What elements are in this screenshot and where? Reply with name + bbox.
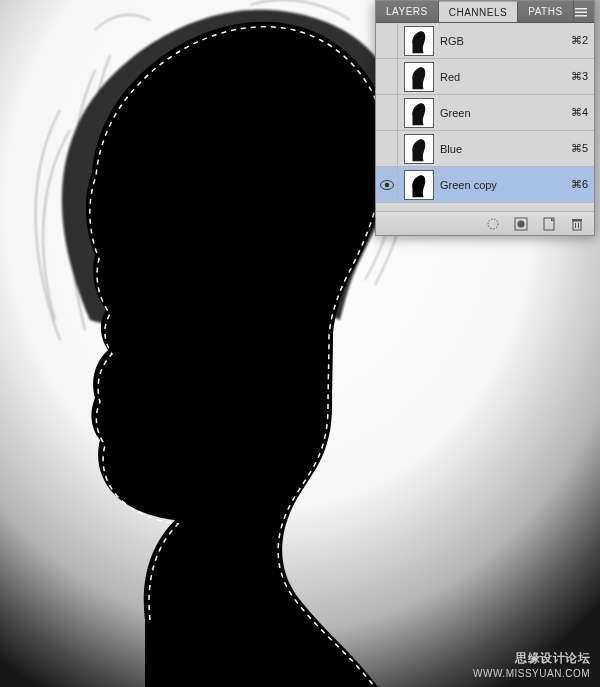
visibility-toggle[interactable] bbox=[376, 131, 398, 166]
tab-layers[interactable]: LAYERS bbox=[376, 1, 439, 22]
watermark-line1: 思缘设计论坛 bbox=[473, 650, 590, 667]
channel-shortcut-label: ⌘2 bbox=[571, 34, 588, 47]
svg-point-11 bbox=[488, 219, 498, 229]
menu-icon bbox=[575, 7, 587, 17]
channel-name-label: RGB bbox=[440, 35, 571, 47]
eye-icon bbox=[380, 180, 394, 190]
channel-shortcut-label: ⌘4 bbox=[571, 106, 588, 119]
channel-shortcut-label: ⌘5 bbox=[571, 142, 588, 155]
dotted-circle-icon bbox=[486, 217, 500, 231]
channel-thumbnail bbox=[404, 134, 434, 164]
svg-rect-3 bbox=[575, 15, 587, 17]
channel-red[interactable]: Red ⌘3 bbox=[376, 59, 594, 95]
channel-name-label: Green bbox=[440, 107, 571, 119]
channel-thumbnail bbox=[404, 62, 434, 92]
watermark: 思缘设计论坛 WWW.MISSYUAN.COM bbox=[473, 650, 590, 681]
channel-name-label: Green copy bbox=[440, 179, 571, 191]
channels-panel: LAYERS CHANNELS PATHS RGB ⌘2 Red ⌘ bbox=[375, 0, 595, 236]
channel-shortcut-label: ⌘6 bbox=[571, 178, 588, 191]
svg-point-13 bbox=[518, 220, 525, 227]
channel-rgb[interactable]: RGB ⌘2 bbox=[376, 23, 594, 59]
new-page-icon bbox=[542, 217, 556, 231]
channel-thumbnail bbox=[404, 170, 434, 200]
channel-thumbnail bbox=[404, 26, 434, 56]
channel-green[interactable]: Green ⌘4 bbox=[376, 95, 594, 131]
tab-paths[interactable]: PATHS bbox=[518, 1, 573, 22]
svg-rect-2 bbox=[575, 12, 587, 14]
trash-icon bbox=[570, 217, 584, 231]
load-selection-button[interactable] bbox=[484, 216, 502, 232]
svg-rect-16 bbox=[572, 219, 582, 221]
svg-rect-15 bbox=[573, 221, 581, 230]
visibility-toggle[interactable] bbox=[376, 59, 398, 94]
mask-icon bbox=[514, 217, 528, 231]
svg-rect-1 bbox=[575, 8, 587, 10]
svg-point-9 bbox=[384, 182, 389, 187]
panel-tab-bar: LAYERS CHANNELS PATHS bbox=[376, 1, 594, 23]
panel-footer bbox=[376, 211, 594, 235]
visibility-toggle[interactable] bbox=[376, 23, 398, 58]
channels-list: RGB ⌘2 Red ⌘3 Green ⌘4 Blue ⌘5 bbox=[376, 23, 594, 211]
panel-menu-button[interactable] bbox=[572, 1, 590, 23]
tab-channels[interactable]: CHANNELS bbox=[439, 1, 518, 22]
new-channel-button[interactable] bbox=[540, 216, 558, 232]
watermark-line2: WWW.MISSYUAN.COM bbox=[473, 667, 590, 681]
visibility-toggle[interactable] bbox=[376, 95, 398, 130]
channel-thumbnail bbox=[404, 98, 434, 128]
channel-green-copy[interactable]: Green copy ⌘6 bbox=[376, 167, 594, 203]
visibility-toggle[interactable] bbox=[376, 167, 398, 202]
channel-name-label: Red bbox=[440, 71, 571, 83]
save-selection-button[interactable] bbox=[512, 216, 530, 232]
channel-name-label: Blue bbox=[440, 143, 571, 155]
channel-shortcut-label: ⌘3 bbox=[571, 70, 588, 83]
channel-blue[interactable]: Blue ⌘5 bbox=[376, 131, 594, 167]
delete-channel-button[interactable] bbox=[568, 216, 586, 232]
